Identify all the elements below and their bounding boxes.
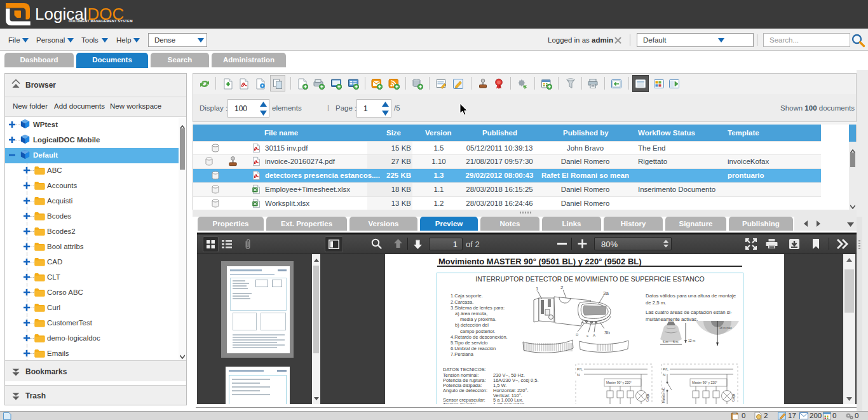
- svg-text:5 m: 5 m: [663, 340, 668, 344]
- svg-text:3a: 3a: [603, 290, 609, 296]
- svg-text:R: R: [576, 333, 579, 337]
- svg-text:Mutador NC: Mutador NC: [662, 387, 665, 403]
- svg-text:Master 90° y 220°: Master 90° y 220°: [606, 381, 632, 384]
- svg-text:18 m max: 18 m max: [719, 327, 733, 330]
- svg-text:1: 1: [536, 286, 539, 292]
- svg-text:Carga: Carga: [646, 393, 649, 402]
- svg-text:P/L: P/L: [663, 367, 669, 371]
- svg-text:Master 90° y 220°: Master 90° y 220°: [692, 381, 717, 384]
- svg-text:3b: 3b: [604, 330, 610, 335]
- svg-text:P/L: P/L: [577, 367, 583, 371]
- svg-text:N: N: [577, 373, 580, 377]
- svg-text:Carga: Carga: [732, 393, 735, 402]
- svg-text:2: 2: [560, 285, 564, 290]
- svg-text:N: N: [663, 373, 665, 377]
- svg-text:12 m: 12 m: [688, 339, 695, 342]
- svg-text:c: c: [587, 334, 588, 337]
- svg-text:5 m: 5 m: [673, 340, 678, 344]
- svg-text:A: A: [593, 334, 595, 337]
